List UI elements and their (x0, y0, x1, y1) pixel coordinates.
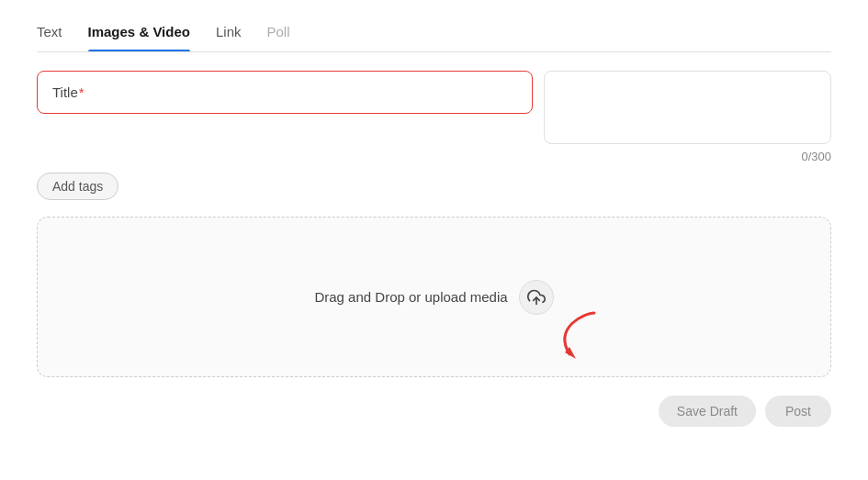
post-button[interactable]: Post (765, 396, 831, 427)
tab-images-video[interactable]: Images & Video (88, 15, 190, 52)
title-input-wrapper[interactable]: Title* (37, 71, 533, 114)
char-count: 0/300 (37, 150, 831, 163)
upload-icon (527, 288, 546, 307)
dropzone-text: Drag and Drop or upload media (314, 289, 507, 305)
save-draft-button[interactable]: Save Draft (659, 396, 756, 427)
main-container: Text Images & Video Link Poll Title* 0/3… (0, 0, 868, 445)
tab-bar: Text Images & Video Link Poll (37, 15, 831, 52)
title-label: Title* (52, 84, 517, 100)
arrow-annotation (535, 308, 608, 373)
tab-link[interactable]: Link (216, 15, 242, 52)
dropzone[interactable]: Drag and Drop or upload media (37, 217, 831, 377)
tab-text[interactable]: Text (37, 15, 62, 52)
tab-poll: Poll (266, 15, 289, 52)
footer-actions: Save Draft Post (37, 396, 831, 427)
add-tags-button[interactable]: Add tags (37, 173, 118, 200)
svg-marker-1 (565, 347, 576, 359)
body-input-wrapper[interactable] (544, 71, 831, 144)
upload-button[interactable] (519, 280, 554, 315)
title-section: Title* (37, 71, 831, 144)
